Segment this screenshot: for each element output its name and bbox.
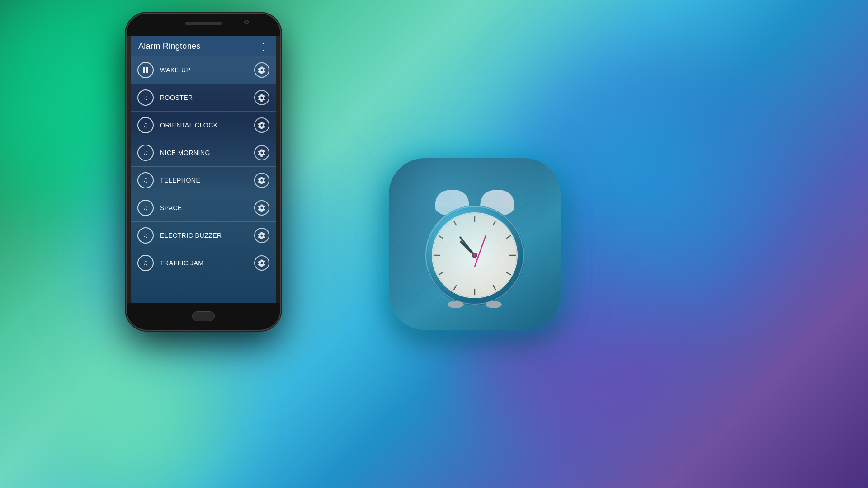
- svg-line-18: [461, 242, 475, 255]
- gear-icon: [258, 121, 266, 129]
- play-button[interactable]: ♫: [137, 89, 154, 106]
- settings-button[interactable]: [254, 145, 269, 160]
- music-note-icon: ♫: [143, 177, 148, 184]
- phone-mockup: Alarm Ringtones ⋮ WAKE UP: [127, 14, 280, 330]
- home-button[interactable]: [192, 311, 215, 321]
- music-note-icon: ♫: [143, 232, 148, 239]
- svg-point-24: [486, 301, 502, 308]
- settings-button[interactable]: [254, 228, 269, 243]
- list-item[interactable]: ♫ NICE MORNING: [131, 139, 276, 167]
- phone-camera: [244, 20, 249, 24]
- gear-icon: [258, 176, 266, 184]
- svg-point-4: [432, 212, 518, 298]
- clock-app-icon: [389, 158, 561, 330]
- ringtone-name: ORIENTAL CLOCK: [160, 122, 254, 129]
- music-note-icon: ♫: [143, 259, 148, 267]
- svg-line-7: [493, 221, 495, 225]
- ringtone-list: WAKE UP ♫ ROOSTER: [131, 56, 276, 277]
- play-button[interactable]: ♫: [137, 145, 154, 161]
- ringtone-name: ROOSTER: [160, 94, 254, 101]
- svg-point-2: [425, 206, 524, 305]
- svg-point-21: [472, 253, 477, 258]
- list-item[interactable]: ♫ TELEPHONE: [131, 167, 276, 194]
- svg-point-22: [473, 254, 476, 257]
- svg-point-0: [435, 198, 469, 216]
- svg-line-13: [454, 286, 456, 290]
- play-button[interactable]: ♫: [137, 227, 154, 244]
- ringtone-name: SPACE: [160, 204, 254, 211]
- svg-line-8: [507, 236, 510, 238]
- svg-line-11: [493, 286, 495, 290]
- gear-icon: [258, 149, 266, 157]
- phone-body: Alarm Ringtones ⋮ WAKE UP: [127, 14, 280, 330]
- music-note-icon: ♫: [143, 149, 148, 156]
- svg-line-14: [439, 272, 443, 275]
- more-options-button[interactable]: ⋮: [259, 42, 269, 51]
- list-item[interactable]: ♫ ROOSTER: [131, 84, 276, 112]
- settings-button[interactable]: [254, 173, 269, 188]
- pause-icon: [143, 67, 148, 73]
- svg-line-16: [439, 236, 443, 238]
- list-item[interactable]: ♫ ELECTRIC BUZZER: [131, 222, 276, 249]
- gear-icon: [258, 94, 266, 102]
- list-item[interactable]: WAKE UP: [131, 56, 276, 84]
- pause-button[interactable]: [137, 62, 154, 78]
- gear-icon: [258, 259, 266, 267]
- ringtone-name: NICE MORNING: [160, 149, 254, 156]
- phone-top-bar: [127, 14, 280, 36]
- phone-bottom-bar: [127, 303, 280, 330]
- list-item[interactable]: ♫ SPACE: [131, 194, 276, 222]
- music-note-icon: ♫: [143, 204, 148, 211]
- ringtone-name: WAKE UP: [160, 66, 254, 74]
- music-note-icon: ♫: [143, 94, 148, 101]
- settings-button[interactable]: [254, 117, 269, 133]
- svg-line-20: [475, 235, 486, 267]
- gear-icon: [258, 66, 266, 74]
- app-title: Alarm Ringtones: [138, 42, 201, 51]
- clock-illustration: [407, 176, 542, 312]
- svg-point-23: [448, 301, 464, 308]
- ringtone-name: TELEPHONE: [160, 177, 254, 184]
- settings-button[interactable]: [254, 90, 269, 105]
- play-button[interactable]: ♫: [137, 172, 154, 188]
- play-button[interactable]: ♫: [137, 255, 154, 271]
- settings-button[interactable]: [254, 62, 269, 78]
- svg-point-1: [480, 198, 514, 216]
- phone-speaker: [185, 22, 222, 25]
- phone-screen: Alarm Ringtones ⋮ WAKE UP: [131, 36, 276, 303]
- list-item[interactable]: ♫ ORIENTAL CLOCK: [131, 112, 276, 139]
- play-button[interactable]: ♫: [137, 200, 154, 216]
- list-item[interactable]: ♫ TRAFFIC JAM: [131, 249, 276, 277]
- ringtone-name: TRAFFIC JAM: [160, 259, 254, 267]
- play-button[interactable]: ♫: [137, 117, 154, 133]
- svg-point-3: [426, 206, 524, 304]
- app-header: Alarm Ringtones ⋮: [131, 36, 276, 56]
- settings-button[interactable]: [254, 255, 269, 271]
- svg-line-19: [460, 237, 475, 255]
- svg-point-5: [433, 213, 517, 297]
- gear-icon: [258, 204, 266, 212]
- clock-app-icon-container: [389, 158, 561, 330]
- gear-icon: [258, 231, 266, 239]
- ringtone-name: ELECTRIC BUZZER: [160, 232, 254, 239]
- svg-line-10: [507, 272, 510, 275]
- svg-line-17: [454, 221, 456, 225]
- music-note-icon: ♫: [143, 122, 148, 129]
- settings-button[interactable]: [254, 200, 269, 216]
